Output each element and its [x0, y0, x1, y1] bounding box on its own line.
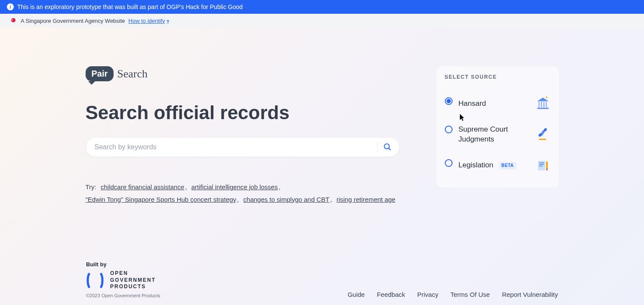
svg-marker-10: [546, 97, 548, 98]
gov-agency-bar: A Singapore Government Agency Website Ho…: [0, 14, 644, 28]
radio-unselected-icon: [445, 126, 453, 133]
footer-link-report[interactable]: Report Vulnerability: [502, 291, 558, 298]
source-item-hansard[interactable]: Hansard: [445, 89, 550, 118]
try-link-3[interactable]: changes to simplygo and CBT: [243, 196, 330, 203]
footer-link-privacy[interactable]: Privacy: [417, 291, 438, 298]
singapore-flag-icon: [10, 17, 17, 24]
ogp-brand: OPEN GOVERNMENT PRODUCTS: [86, 270, 160, 290]
built-by-label: Built by: [86, 261, 160, 268]
svg-rect-17: [539, 164, 544, 165]
try-link-0[interactable]: childcare financial assistance: [101, 183, 184, 191]
svg-rect-18: [539, 166, 542, 166]
source-item-judgments[interactable]: Supreme Court Judgments: [445, 118, 550, 151]
svg-rect-16: [539, 162, 544, 163]
footer-link-feedback[interactable]: Feedback: [377, 291, 405, 298]
svg-rect-8: [545, 102, 547, 107]
svg-rect-4: [537, 108, 548, 109]
try-link-2[interactable]: "Edwin Tong" Singapore Sports Hub concer…: [86, 196, 237, 203]
svg-rect-5: [538, 102, 539, 107]
info-icon: i: [7, 3, 14, 10]
footer: Built by OPEN GOVERNMENT PRODUCTS ©2023 …: [0, 261, 644, 298]
try-suggestions: Try: childcare financial assistance, art…: [86, 181, 404, 206]
left-column: Pair Search Search official records Try:…: [86, 66, 404, 206]
ogp-logo-icon: [86, 271, 104, 290]
svg-marker-20: [546, 169, 548, 171]
search-icon: [383, 142, 391, 152]
how-to-identify-link[interactable]: How to identify ▾: [129, 18, 169, 24]
brand-text: Search: [117, 68, 148, 80]
parliament-icon: [536, 96, 550, 111]
beta-badge: BETA: [499, 162, 516, 169]
svg-rect-7: [543, 102, 544, 107]
try-link-1[interactable]: artificial intelligence job losses: [191, 183, 278, 191]
search-bar[interactable]: [86, 137, 400, 157]
ogp-text: OPEN GOVERNMENT PRODUCTS: [110, 270, 156, 290]
radio-selected-icon: [445, 97, 453, 105]
prototype-banner: i This is an exploratory prototype that …: [0, 0, 644, 14]
gavel-icon: [536, 127, 550, 142]
chevron-down-icon: ▾: [167, 18, 169, 23]
document-pencil-icon: [536, 158, 550, 173]
search-button[interactable]: [383, 142, 391, 152]
page-title: Search official records: [86, 102, 404, 123]
source-item-legislation[interactable]: Legislation BETA: [445, 151, 550, 180]
right-column: SELECT SOURCE Hansard Supreme Court Judg…: [436, 66, 559, 188]
source-label: Hansard: [459, 99, 530, 109]
radio-unselected-icon: [445, 159, 453, 167]
svg-line-2: [388, 148, 390, 150]
source-panel: SELECT SOURCE Hansard Supreme Court Judg…: [436, 66, 559, 188]
search-input[interactable]: [90, 143, 377, 151]
brand-logo: Pair Search: [86, 66, 404, 81]
footer-link-terms[interactable]: Terms Of Use: [450, 291, 490, 298]
footer-link-guide[interactable]: Guide: [348, 291, 365, 298]
source-label: Legislation BETA: [459, 160, 530, 170]
svg-rect-6: [541, 102, 542, 107]
search-divider: [377, 142, 378, 152]
try-link-4[interactable]: rising retirement age: [336, 196, 395, 203]
gov-bar-text: A Singapore Government Agency Website: [21, 18, 125, 24]
svg-rect-19: [546, 161, 548, 169]
try-label: Try:: [86, 183, 96, 191]
built-by-block: Built by OPEN GOVERNMENT PRODUCTS ©2023 …: [86, 261, 160, 298]
copyright-text: ©2023 Open Government Products: [86, 293, 160, 298]
svg-marker-3: [537, 98, 548, 102]
svg-point-0: [11, 18, 15, 22]
source-label: Supreme Court Judgments: [459, 125, 530, 145]
brand-badge: Pair: [86, 66, 114, 81]
footer-links: Guide Feedback Privacy Terms Of Use Repo…: [348, 291, 558, 298]
banner-text: This is an exploratory prototype that wa…: [17, 3, 243, 10]
svg-rect-11: [539, 139, 546, 140]
source-panel-title: SELECT SOURCE: [445, 74, 550, 80]
main-content: Pair Search Search official records Try:…: [86, 66, 559, 206]
